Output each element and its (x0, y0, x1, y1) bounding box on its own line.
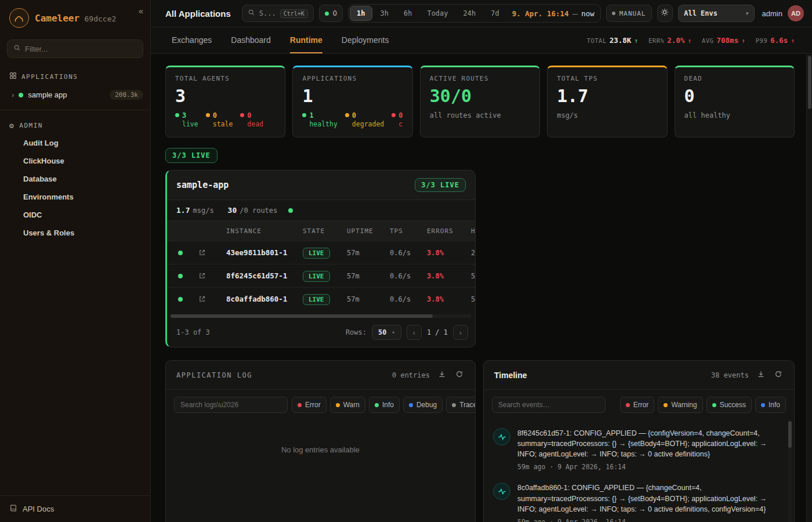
sidebar-item-database[interactable]: Database (0, 170, 150, 188)
scrollbar-thumb[interactable] (171, 314, 433, 318)
online-status-dot (325, 12, 329, 16)
green-dot (175, 113, 179, 117)
green-dot (712, 403, 716, 407)
app-routes-value: 30 (228, 206, 237, 215)
applications-section: APPLICATIONS › sample app 208.3k (0, 66, 150, 104)
stat-card-total-tps: TOTAL TPS 1.7 msg/s (547, 66, 667, 137)
download-button[interactable] (437, 369, 447, 381)
sidebar-item-sample-app[interactable]: › sample app 208.3k (0, 86, 150, 104)
timeline-scrollbar[interactable] (788, 421, 792, 522)
range-end-now[interactable]: now (581, 9, 597, 18)
sidebar-item-users-roles[interactable]: Users & Roles (0, 224, 150, 242)
external-link-icon[interactable] (194, 249, 226, 256)
sidebar-header: Cameleer 69dcce2 « (0, 0, 150, 35)
refresh-button[interactable] (773, 369, 784, 381)
sidebar-collapse-button[interactable]: « (139, 6, 143, 16)
applications-value: 1 (302, 86, 403, 107)
sidebar-item-clickhouse[interactable]: ClickHouse (0, 152, 150, 170)
activity-icon (493, 483, 510, 500)
manual-refresh-button[interactable]: MANUAL (606, 5, 652, 22)
header-metrics: TOTAL 23.8K ↑ ERR% 2.0% ↑ AVG 708ms ↑ P9… (587, 27, 795, 53)
app-tps-unit: msg/s (193, 206, 213, 215)
theme-toggle-button[interactable] (657, 5, 673, 22)
sidebar-divider (0, 110, 150, 110)
tps-value: 0.6/s (390, 295, 427, 303)
timeline-title: Timeline (494, 371, 527, 380)
blue-dot (761, 403, 765, 407)
download-icon (438, 370, 446, 380)
tabs: Exchanges Dashboard Runtime Deployments (172, 27, 389, 53)
errors-value: 3.8% (427, 272, 471, 280)
table-row[interactable]: 8c0affadb860-1 LIVE 57m 0.6/s 3.8% 5 (167, 287, 475, 310)
log-search-box[interactable] (174, 397, 288, 413)
external-link-icon[interactable] (194, 295, 226, 303)
table-horizontal-scrollbar[interactable] (171, 314, 472, 318)
environment-select-value: All Envs (684, 9, 717, 17)
chip-warn[interactable]: Warn (330, 397, 365, 413)
dead-subtitle: all healthy (684, 111, 785, 119)
main-area: All Applications S... Ctrl+K O 1h 3h 6h … (151, 0, 812, 522)
application-name: sample-app (176, 180, 229, 190)
refresh-button[interactable] (454, 369, 465, 381)
environment-select[interactable]: All Envs ▾ (678, 5, 754, 22)
content-area: TOTAL AGENTS 3 3live 0stale 0dead APPLIC… (151, 54, 812, 522)
online-status-pill[interactable]: O (319, 5, 343, 22)
range-button-6h[interactable]: 6h (397, 6, 419, 21)
table-row[interactable]: 43ee9811b801-1 LIVE 57m 0.6/s 3.8% 2 (167, 241, 475, 264)
gray-dot (452, 403, 456, 407)
metric-error-rate: ERR% 2.0% ↑ (648, 36, 691, 45)
tab-runtime[interactable]: Runtime (290, 27, 322, 53)
event-text: 8f6245c61d57-1: CONFIG_APPLIED — {config… (517, 428, 782, 459)
timeline-events-list: 8f6245c61d57-1: CONFIG_APPLIED — {config… (484, 420, 794, 522)
chip-debug[interactable]: Debug (403, 397, 443, 413)
sidebar-item-audit-log[interactable]: Audit Log (0, 134, 150, 152)
scrollbar-thumb[interactable] (808, 56, 811, 109)
table-footer: 1-3 of 3 Rows: 50 ▾ ‹ 1 / 1 › (167, 319, 475, 347)
sidebar-filter-input[interactable] (25, 45, 137, 53)
chip-info[interactable]: Info (755, 397, 786, 413)
api-docs-link[interactable]: API Docs (0, 495, 150, 522)
tab-deployments[interactable]: Deployments (342, 27, 389, 53)
tab-dashboard[interactable]: Dashboard (231, 27, 271, 53)
next-page-button[interactable]: › (453, 325, 468, 340)
chevron-down-icon: ▾ (392, 329, 394, 335)
scrollbar-thumb[interactable] (788, 421, 792, 448)
chevron-right-icon: › (12, 90, 14, 99)
timeline-search-input[interactable] (498, 401, 599, 409)
sidebar-filter-box[interactable] (7, 39, 143, 58)
chip-error[interactable]: Error (620, 397, 655, 413)
chip-info[interactable]: Info (369, 397, 400, 413)
chip-error[interactable]: Error (292, 397, 327, 413)
global-search-box[interactable]: S... Ctrl+K (242, 5, 314, 22)
chip-warning[interactable]: Warning (658, 397, 702, 413)
tab-exchanges[interactable]: Exchanges (172, 27, 212, 53)
download-button[interactable] (756, 369, 766, 381)
rows-per-page-select[interactable]: 50 ▾ (372, 325, 401, 340)
event-timestamp: 59m ago · 9 Apr 2026, 16:14 (517, 463, 782, 471)
range-button-1h[interactable]: 1h (350, 6, 372, 21)
chip-success[interactable]: Success (706, 397, 752, 413)
window-scrollbar[interactable] (806, 55, 812, 522)
col-instance: INSTANCE (226, 227, 303, 235)
instance-status-dot (178, 251, 183, 255)
green-dot (302, 113, 306, 117)
table-row[interactable]: 8f6245c61d57-1 LIVE 57m 0.6/s 3.8% 5 (167, 264, 475, 287)
external-link-icon[interactable] (194, 272, 226, 280)
total-tps-subtitle: msg/s (557, 111, 657, 119)
sidebar-item-oidc[interactable]: OIDC (0, 206, 150, 224)
timeline-event: 8c0affadb860-1: CONFIG_APPLIED — {change… (492, 477, 784, 522)
range-start-datetime[interactable]: 9. Apr. 16:14 (512, 9, 569, 18)
timeline-search-box[interactable] (492, 397, 606, 413)
chip-trace[interactable]: Trace (446, 397, 476, 413)
topbar: All Applications S... Ctrl+K O 1h 3h 6h … (151, 0, 812, 27)
prev-page-button[interactable]: ‹ (407, 325, 422, 340)
range-button-3h[interactable]: 3h (374, 6, 396, 21)
avatar[interactable]: AD (788, 5, 804, 21)
sun-icon (661, 8, 669, 19)
uptime-value: 57m (347, 249, 390, 257)
sidebar-item-environments[interactable]: Environments (0, 188, 150, 206)
range-button-7d[interactable]: 7d (484, 6, 506, 21)
range-button-24h[interactable]: 24h (456, 6, 483, 21)
range-button-today[interactable]: Today (420, 6, 455, 21)
log-search-input[interactable] (180, 401, 281, 409)
